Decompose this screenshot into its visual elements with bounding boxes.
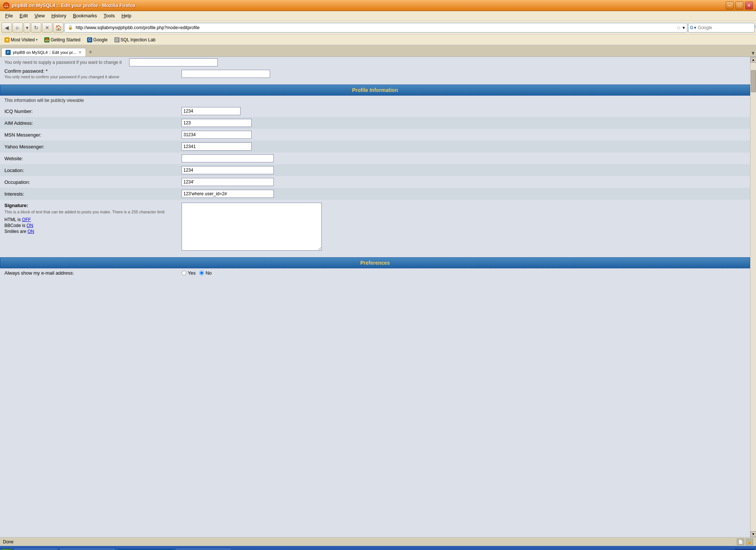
tab-main[interactable]: P phpBB on MySQL4 :: Edit your pr... ✕ [1,48,86,56]
no-radio[interactable] [199,271,204,275]
bookmark-most-visited[interactable]: ★ Most Visited ▾ [2,37,40,43]
most-visited-dropdown[interactable]: ▾ [36,38,38,42]
menu-file[interactable]: File [2,12,16,19]
profile-fields-table: ICQ Number: AIM Address: MSN Messenger: [0,105,750,254]
email-pref-input-cell: Yes No [177,268,750,278]
icq-input-cell [177,105,750,117]
menu-view[interactable]: View [31,12,48,19]
firefox-icon: 🦊 [3,2,10,9]
interests-label: Interests: [0,188,177,200]
yahoo-input[interactable] [182,142,252,151]
yes-radio[interactable] [182,271,186,275]
bookmarks-bar: ★ Most Visited ▾ 🦊 Getting Started G Goo… [0,35,756,45]
html-label: HTML is [4,217,21,222]
tab-bar: P phpBB on MySQL4 :: Edit your pr... ✕ +… [0,45,756,57]
confirm-password-input[interactable] [182,70,270,78]
search-engine-selector[interactable]: G▾ [690,25,696,30]
menu-history[interactable]: History [48,12,69,19]
close-button[interactable]: ✕ [745,1,753,10]
new-tab-button[interactable]: + [86,48,95,56]
interests-input[interactable] [182,190,274,198]
forward-button[interactable]: ▶ [13,23,23,33]
scroll-up-button[interactable]: ▲ [750,57,756,63]
email-preference-row: Always show my e-mail address: Yes No [0,268,750,278]
html-status[interactable]: OFF [22,217,31,222]
occupation-label: Occupation: [0,176,177,188]
taskbar-terminal-1[interactable]: ▣ seed@seed-desktop: ~ [59,548,115,550]
website-input[interactable] [182,154,274,162]
minimize-button[interactable]: ─ [726,1,734,10]
smilies-status-row: Smilies are ON [4,229,173,234]
title-bar: 🦊 phpBB on MySQL4 :: Edit your profile -… [0,0,756,11]
scroll-down-button[interactable]: ▼ [750,531,756,537]
icq-row: ICQ Number: [0,105,750,117]
search-button[interactable]: 🔍 [755,25,756,30]
google-icon: G [87,37,92,42]
start-button[interactable]: 🪟 [1,549,12,550]
menu-help[interactable]: Help [118,12,134,19]
signature-label-cell: Signature: This is a block of text that … [0,200,177,254]
section-spacer-2 [0,254,750,257]
status-bar-right: 📄 🔒 [737,539,753,545]
menu-edit[interactable]: Edit [17,12,31,19]
most-visited-icon: ★ [4,37,10,42]
icq-label: ICQ Number: [0,105,177,117]
home-button[interactable]: 🏠 [53,23,63,33]
scrollbar-thumb[interactable] [751,70,756,92]
password-partial-text: You only need to supply a password if yo… [4,60,122,65]
taskbar-update-manager[interactable]: ⚙ Update Manager [14,548,58,550]
interests-input-cell [177,188,750,200]
url-bar[interactable]: 🔒 http://www.sqllabmysqlphpbb.com/profil… [64,23,687,32]
window-controls: ─ □ ✕ [726,1,753,10]
preferences-header: Preferences [0,257,750,268]
icq-input[interactable] [182,107,241,115]
website-label: Website: [0,152,177,164]
occupation-input[interactable] [182,178,274,186]
signature-textarea[interactable] [182,203,322,251]
msn-input[interactable] [182,131,252,139]
bbcode-status[interactable]: ON [27,223,33,228]
taskbar-firefox[interactable]: 🦊 phpBB on MySQL4 :: ... [117,548,174,550]
url-dropdown[interactable]: ▾ [683,25,685,30]
reload-button[interactable]: ↻ [31,23,41,33]
preferences-table: Always show my e-mail address: Yes No [0,268,750,278]
aim-row: AIM Address: [0,117,750,129]
bookmark-sql-injection[interactable]: @ SQL Injection Lab [112,37,158,43]
msn-input-cell [177,129,750,141]
email-pref-label: Always show my e-mail address: [0,268,177,278]
menu-tools[interactable]: Tools [101,12,118,19]
sql-icon: @ [114,37,120,42]
tab-scroll-arrow[interactable]: ▾ [752,49,755,56]
menu-bookmarks[interactable]: Bookmarks [70,12,100,19]
tab-close-button[interactable]: ✕ [78,50,82,55]
getting-started-icon: 🦊 [44,37,49,42]
signature-note: This is a block of text that can be adde… [4,210,173,214]
status-icon-2: 🔒 [746,539,753,545]
location-input[interactable] [182,166,274,174]
dropdown-button[interactable]: ▾ [24,23,30,33]
yes-option: Yes [182,270,196,276]
scrollbar-track[interactable] [750,63,756,531]
interests-row: Interests: [0,188,750,200]
password-input-partial[interactable] [129,58,218,66]
bookmark-star[interactable]: ☆ [676,25,681,31]
back-button[interactable]: ◀ [1,23,12,33]
stop-button[interactable]: ✕ [42,23,52,33]
location-row: Location: [0,164,750,176]
nav-bar: ◀ ▶ ▾ ↻ ✕ 🏠 🔒 http://www.sqllabmysqlphpb… [0,21,756,35]
no-label: No [206,270,212,276]
restore-button[interactable]: □ [735,1,743,10]
aim-input[interactable] [182,119,252,127]
confirm-password-label: Confirm password: * [4,68,173,74]
status-bar: Done 📄 🔒 [0,537,756,546]
email-radio-group: Yes No [182,270,746,276]
most-visited-label: Most Visited [11,37,35,42]
bookmark-google[interactable]: G Google [85,37,110,43]
search-input[interactable] [698,25,753,30]
bookmark-getting-started[interactable]: 🦊 Getting Started [42,37,83,43]
smilies-status[interactable]: ON [28,229,34,234]
taskbar-terminal-2[interactable]: ▣ [seed@seed-desktop:... [175,548,232,550]
page-content: You only need to supply a password if yo… [0,57,750,537]
occupation-input-cell [177,176,750,188]
yahoo-row: Yahoo Messenger: [0,141,750,152]
